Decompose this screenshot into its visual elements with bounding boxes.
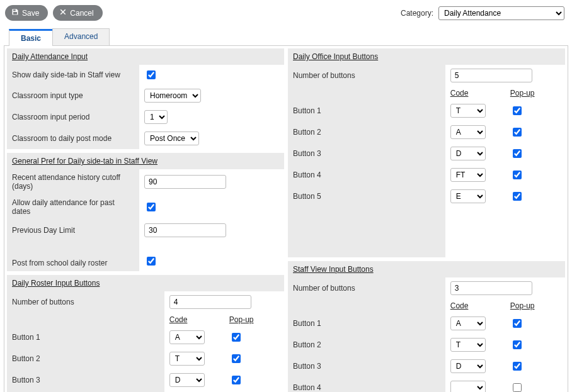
general-pref-section: General Pref for Daily side-tab in Staff… (7, 153, 284, 271)
button-popup-checkbox[interactable] (513, 340, 522, 349)
tab-basic[interactable]: Basic (9, 29, 53, 46)
show-side-tab-checkbox[interactable] (147, 70, 156, 79)
settings-panel: Daily Attendance Input Show daily side-t… (4, 46, 568, 392)
button-code-select[interactable]: ATDFTE (450, 168, 486, 182)
category-label: Category: (401, 9, 433, 18)
button-code-select[interactable]: ATDFTE (169, 352, 205, 366)
button-row: Button 2ATDFTE (288, 121, 565, 143)
code-header: Code (164, 313, 224, 327)
daily-roster-buttons-section: Daily Roster Input Buttons Number of but… (7, 275, 284, 392)
classroom-input-type-label: Classroom input type (7, 85, 139, 106)
button-row-label: Button 1 (7, 327, 164, 348)
button-code-select[interactable]: ATDFTE (450, 359, 486, 373)
classroom-input-type-select[interactable]: Homeroom (144, 89, 201, 103)
close-icon (59, 8, 67, 18)
button-code-select[interactable]: ATDFTE (169, 373, 205, 387)
save-icon (11, 8, 19, 18)
button-popup-checkbox[interactable] (232, 333, 241, 342)
button-popup-checkbox[interactable] (232, 376, 241, 384)
button-popup-checkbox[interactable] (513, 149, 522, 158)
button-popup-checkbox[interactable] (513, 362, 522, 371)
staff-view-buttons-section: Staff View Input Buttons Number of butto… (288, 261, 565, 392)
classroom-input-period-select[interactable]: 1 (144, 110, 168, 124)
button-row: Button 2ATDFTE (7, 348, 284, 369)
cutoff-input[interactable] (144, 175, 226, 189)
button-row: Button 4ATDFTE (288, 377, 565, 392)
prev-day-limit-label: Previous Day Limit (7, 220, 139, 241)
button-popup-checkbox[interactable] (513, 106, 522, 115)
button-row-label: Button 4 (288, 164, 445, 186)
num-buttons-label: Number of buttons (288, 65, 445, 86)
toolbar-right: Category: Daily Attendance (401, 6, 567, 20)
show-side-tab-label: Show daily side-tab in Staff view (7, 65, 139, 85)
button-row-label: Button 2 (7, 348, 164, 369)
popup-header: Pop-up (505, 299, 565, 313)
toolbar: Save Cancel Category: Daily Attendance (4, 4, 568, 26)
button-row: Button 3ATDFTE (288, 143, 565, 164)
button-row: Button 4ATDFTE (288, 164, 565, 186)
prev-day-limit-input[interactable] (144, 223, 226, 237)
section-header: Daily Attendance Input (7, 48, 284, 65)
classroom-input-period-label: Classroom input period (7, 106, 139, 128)
button-code-select[interactable]: ATDFTE (450, 338, 486, 352)
num-buttons-input[interactable] (450, 281, 532, 295)
button-code-select[interactable]: ATDFTE (450, 125, 486, 139)
save-button[interactable]: Save (5, 5, 48, 21)
post-mode-label: Classroom to daily post mode (7, 128, 139, 149)
toolbar-left: Save Cancel (5, 5, 103, 21)
button-row: Button 1ATDFTE (288, 100, 565, 121)
section-header: Daily Roster Input Buttons (7, 275, 284, 291)
left-column: Daily Attendance Input Show daily side-t… (7, 48, 284, 392)
code-header: Code (445, 86, 505, 100)
button-row-label: Button 3 (288, 356, 445, 377)
num-buttons-input[interactable] (169, 295, 251, 309)
button-row-label: Button 1 (288, 313, 445, 334)
button-row-label: Button 5 (288, 186, 445, 207)
cancel-button[interactable]: Cancel (53, 5, 102, 21)
button-popup-checkbox[interactable] (513, 383, 522, 392)
button-code-select[interactable]: ATDFTE (169, 330, 205, 344)
button-row: Button 1ATDFTE (7, 327, 284, 348)
allow-past-checkbox[interactable] (147, 203, 156, 211)
section-header: Daily Office Input Buttons (288, 48, 565, 65)
tab-strip: Basic Advanced (4, 28, 568, 46)
button-row-label: Button 3 (7, 369, 164, 391)
daily-attendance-input-section: Daily Attendance Input Show daily side-t… (7, 48, 284, 149)
button-row-label: Button 1 (288, 100, 445, 121)
code-header: Code (445, 299, 505, 313)
post-from-roster-checkbox[interactable] (147, 257, 156, 266)
cutoff-label: Recent attendance history cutoff (days) (7, 169, 139, 194)
section-header: General Pref for Daily side-tab in Staff… (7, 153, 284, 169)
button-code-select[interactable]: ATDFTE (450, 104, 486, 118)
button-popup-checkbox[interactable] (513, 128, 522, 137)
num-buttons-input[interactable] (450, 69, 532, 82)
post-from-roster-label: Post from school daily roster (7, 241, 139, 271)
button-row: Button 2ATDFTE (288, 334, 565, 356)
popup-header: Pop-up (224, 313, 284, 327)
category-select[interactable]: Daily Attendance (438, 6, 564, 20)
button-row: Button 1ATDFTE (288, 313, 565, 334)
num-buttons-label: Number of buttons (288, 277, 445, 299)
popup-header: Pop-up (505, 86, 565, 100)
button-popup-checkbox[interactable] (513, 319, 522, 328)
save-button-label: Save (22, 9, 39, 18)
button-row: Button 5ATDFTE (288, 186, 565, 207)
section-header: Staff View Input Buttons (288, 261, 565, 277)
tab-advanced[interactable]: Advanced (52, 28, 110, 45)
button-code-select[interactable]: ATDFTE (450, 189, 486, 203)
button-code-select[interactable]: ATDFTE (450, 381, 486, 392)
button-popup-checkbox[interactable] (513, 192, 522, 201)
button-popup-checkbox[interactable] (513, 171, 522, 179)
button-row: Button 3ATDFTE (7, 369, 284, 391)
allow-past-label: Allow daily attendance for past dates (7, 194, 139, 220)
right-column: Daily Office Input Buttons Number of but… (288, 48, 565, 392)
button-code-select[interactable]: ATDFTE (450, 316, 486, 330)
button-code-select[interactable]: ATDFTE (450, 147, 486, 160)
button-row-label: Button 4 (288, 377, 445, 392)
post-mode-select[interactable]: Post Once (144, 132, 199, 145)
button-popup-checkbox[interactable] (232, 354, 241, 363)
daily-office-buttons-section: Daily Office Input Buttons Number of but… (288, 48, 565, 257)
button-row-label: Button 2 (288, 121, 445, 143)
button-row: Button 3ATDFTE (288, 356, 565, 377)
num-buttons-label: Number of buttons (7, 291, 164, 313)
